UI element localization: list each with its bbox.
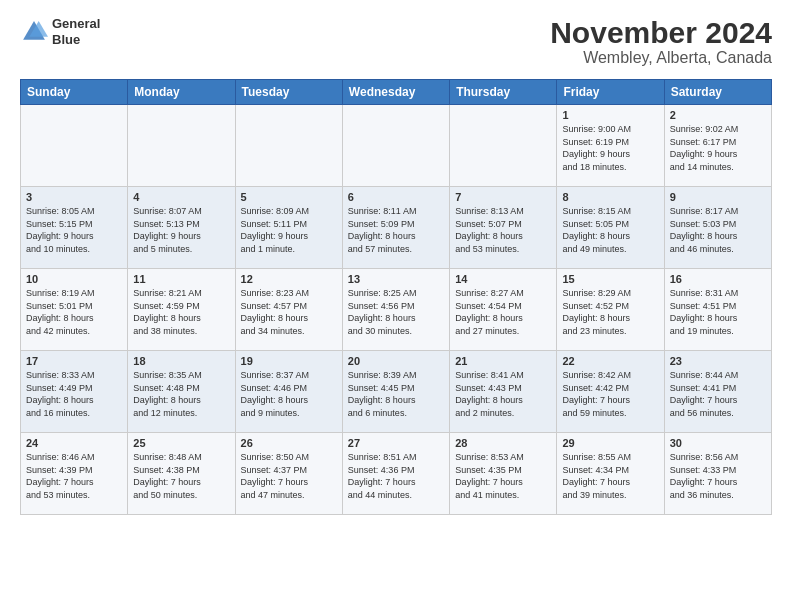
day-info: Sunrise: 8:13 AM Sunset: 5:07 PM Dayligh… [455,205,551,255]
day-number: 16 [670,273,766,285]
day-of-week-wednesday: Wednesday [342,80,449,105]
calendar-cell: 20Sunrise: 8:39 AM Sunset: 4:45 PM Dayli… [342,351,449,433]
calendar-title: November 2024 [550,16,772,49]
day-info: Sunrise: 8:11 AM Sunset: 5:09 PM Dayligh… [348,205,444,255]
day-info: Sunrise: 8:31 AM Sunset: 4:51 PM Dayligh… [670,287,766,337]
day-number: 4 [133,191,229,203]
day-number: 3 [26,191,122,203]
day-info: Sunrise: 9:00 AM Sunset: 6:19 PM Dayligh… [562,123,658,173]
day-number: 26 [241,437,337,449]
header: General Blue November 2024 Wembley, Albe… [20,16,772,67]
calendar-cell: 24Sunrise: 8:46 AM Sunset: 4:39 PM Dayli… [21,433,128,515]
day-number: 30 [670,437,766,449]
day-of-week-thursday: Thursday [450,80,557,105]
day-info: Sunrise: 8:17 AM Sunset: 5:03 PM Dayligh… [670,205,766,255]
calendar-cell: 21Sunrise: 8:41 AM Sunset: 4:43 PM Dayli… [450,351,557,433]
calendar-subtitle: Wembley, Alberta, Canada [550,49,772,67]
calendar-cell: 18Sunrise: 8:35 AM Sunset: 4:48 PM Dayli… [128,351,235,433]
day-number: 6 [348,191,444,203]
day-info: Sunrise: 8:19 AM Sunset: 5:01 PM Dayligh… [26,287,122,337]
day-number: 19 [241,355,337,367]
page: General Blue November 2024 Wembley, Albe… [0,0,792,612]
day-number: 7 [455,191,551,203]
logo: General Blue [20,16,100,47]
calendar-cell: 22Sunrise: 8:42 AM Sunset: 4:42 PM Dayli… [557,351,664,433]
calendar-cell [128,105,235,187]
calendar-week-4: 24Sunrise: 8:46 AM Sunset: 4:39 PM Dayli… [21,433,772,515]
day-info: Sunrise: 8:51 AM Sunset: 4:36 PM Dayligh… [348,451,444,501]
day-number: 27 [348,437,444,449]
calendar-cell: 19Sunrise: 8:37 AM Sunset: 4:46 PM Dayli… [235,351,342,433]
day-info: Sunrise: 8:50 AM Sunset: 4:37 PM Dayligh… [241,451,337,501]
logo-line2: Blue [52,32,100,48]
day-info: Sunrise: 8:56 AM Sunset: 4:33 PM Dayligh… [670,451,766,501]
day-number: 23 [670,355,766,367]
calendar-cell: 1Sunrise: 9:00 AM Sunset: 6:19 PM Daylig… [557,105,664,187]
day-number: 17 [26,355,122,367]
calendar-week-0: 1Sunrise: 9:00 AM Sunset: 6:19 PM Daylig… [21,105,772,187]
calendar-table: SundayMondayTuesdayWednesdayThursdayFrid… [20,79,772,515]
calendar-cell: 29Sunrise: 8:55 AM Sunset: 4:34 PM Dayli… [557,433,664,515]
day-info: Sunrise: 8:21 AM Sunset: 4:59 PM Dayligh… [133,287,229,337]
day-info: Sunrise: 8:44 AM Sunset: 4:41 PM Dayligh… [670,369,766,419]
calendar-cell: 8Sunrise: 8:15 AM Sunset: 5:05 PM Daylig… [557,187,664,269]
day-info: Sunrise: 8:15 AM Sunset: 5:05 PM Dayligh… [562,205,658,255]
calendar-cell: 28Sunrise: 8:53 AM Sunset: 4:35 PM Dayli… [450,433,557,515]
day-info: Sunrise: 8:37 AM Sunset: 4:46 PM Dayligh… [241,369,337,419]
day-info: Sunrise: 8:29 AM Sunset: 4:52 PM Dayligh… [562,287,658,337]
calendar-cell: 9Sunrise: 8:17 AM Sunset: 5:03 PM Daylig… [664,187,771,269]
day-info: Sunrise: 8:25 AM Sunset: 4:56 PM Dayligh… [348,287,444,337]
calendar-cell: 26Sunrise: 8:50 AM Sunset: 4:37 PM Dayli… [235,433,342,515]
day-number: 10 [26,273,122,285]
day-info: Sunrise: 9:02 AM Sunset: 6:17 PM Dayligh… [670,123,766,173]
day-number: 9 [670,191,766,203]
logo-icon [20,18,48,46]
day-number: 20 [348,355,444,367]
calendar-cell: 27Sunrise: 8:51 AM Sunset: 4:36 PM Dayli… [342,433,449,515]
day-number: 2 [670,109,766,121]
calendar-cell: 25Sunrise: 8:48 AM Sunset: 4:38 PM Dayli… [128,433,235,515]
day-info: Sunrise: 8:23 AM Sunset: 4:57 PM Dayligh… [241,287,337,337]
calendar-cell: 5Sunrise: 8:09 AM Sunset: 5:11 PM Daylig… [235,187,342,269]
calendar-cell: 12Sunrise: 8:23 AM Sunset: 4:57 PM Dayli… [235,269,342,351]
calendar-cell: 6Sunrise: 8:11 AM Sunset: 5:09 PM Daylig… [342,187,449,269]
title-block: November 2024 Wembley, Alberta, Canada [550,16,772,67]
day-of-week-friday: Friday [557,80,664,105]
calendar-header: SundayMondayTuesdayWednesdayThursdayFrid… [21,80,772,105]
calendar-week-1: 3Sunrise: 8:05 AM Sunset: 5:15 PM Daylig… [21,187,772,269]
day-info: Sunrise: 8:35 AM Sunset: 4:48 PM Dayligh… [133,369,229,419]
calendar-cell: 3Sunrise: 8:05 AM Sunset: 5:15 PM Daylig… [21,187,128,269]
day-number: 21 [455,355,551,367]
day-number: 25 [133,437,229,449]
logo-text: General Blue [52,16,100,47]
day-info: Sunrise: 8:07 AM Sunset: 5:13 PM Dayligh… [133,205,229,255]
day-number: 5 [241,191,337,203]
calendar-cell: 30Sunrise: 8:56 AM Sunset: 4:33 PM Dayli… [664,433,771,515]
day-info: Sunrise: 8:55 AM Sunset: 4:34 PM Dayligh… [562,451,658,501]
day-number: 28 [455,437,551,449]
day-info: Sunrise: 8:48 AM Sunset: 4:38 PM Dayligh… [133,451,229,501]
calendar-cell [235,105,342,187]
calendar-cell [342,105,449,187]
day-header-row: SundayMondayTuesdayWednesdayThursdayFrid… [21,80,772,105]
day-info: Sunrise: 8:33 AM Sunset: 4:49 PM Dayligh… [26,369,122,419]
day-number: 15 [562,273,658,285]
day-number: 8 [562,191,658,203]
day-of-week-monday: Monday [128,80,235,105]
day-number: 18 [133,355,229,367]
logo-line1: General [52,16,100,32]
day-info: Sunrise: 8:09 AM Sunset: 5:11 PM Dayligh… [241,205,337,255]
day-info: Sunrise: 8:41 AM Sunset: 4:43 PM Dayligh… [455,369,551,419]
day-number: 29 [562,437,658,449]
day-number: 1 [562,109,658,121]
calendar-cell: 16Sunrise: 8:31 AM Sunset: 4:51 PM Dayli… [664,269,771,351]
calendar-cell: 4Sunrise: 8:07 AM Sunset: 5:13 PM Daylig… [128,187,235,269]
calendar-body: 1Sunrise: 9:00 AM Sunset: 6:19 PM Daylig… [21,105,772,515]
day-info: Sunrise: 8:53 AM Sunset: 4:35 PM Dayligh… [455,451,551,501]
day-info: Sunrise: 8:46 AM Sunset: 4:39 PM Dayligh… [26,451,122,501]
calendar-cell [21,105,128,187]
day-of-week-saturday: Saturday [664,80,771,105]
calendar-cell: 23Sunrise: 8:44 AM Sunset: 4:41 PM Dayli… [664,351,771,433]
day-number: 11 [133,273,229,285]
day-number: 12 [241,273,337,285]
